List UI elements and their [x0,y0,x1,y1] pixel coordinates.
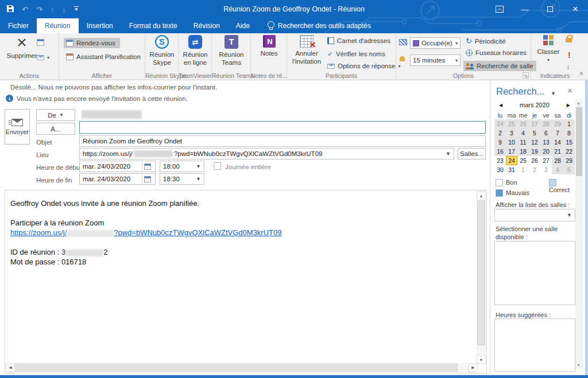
reminder-select[interactable]: 15 minutes ▾ [410,54,461,66]
tab-aide[interactable]: Aide [228,18,258,33]
calendar-day[interactable]: 17 [506,147,517,156]
calendar-day[interactable]: 14 [552,138,563,147]
calendar-day[interactable]: 6 [540,128,552,138]
previous-month-icon[interactable]: ◀ [499,103,502,108]
calendar-day[interactable]: 11 [517,138,529,147]
panel-menu-chevron-icon[interactable]: ▼ [551,91,556,96]
calendar-day[interactable]: 9 [494,138,506,147]
tab-insertion[interactable]: Insertion [79,18,121,33]
save-icon[interactable] [7,5,14,13]
minimize-button[interactable]: — [512,0,537,18]
calendar-day[interactable]: 25 [506,119,517,128]
maximize-button[interactable] [537,0,563,18]
tab-fichier[interactable]: Fichier [0,18,37,33]
calendar-day[interactable]: 10 [506,138,517,147]
tab-format-du-texte[interactable]: Format du texte [121,18,185,33]
redo-icon[interactable]: ↷ [36,6,42,13]
location-combobox[interactable]: https://zoom.us/j/?pwd=bWNub0czTWgvQXlCa… [79,148,454,159]
next-month-icon[interactable]: ▶ [567,103,570,108]
next-item-icon[interactable]: ↓ [62,6,66,13]
previous-item-icon[interactable]: ↑ [51,6,55,13]
calendar-day[interactable]: 20 [540,147,552,156]
tell-me-search[interactable]: Rechercher des outils adaptés [267,18,371,33]
calendar-day[interactable]: 4 [517,128,529,138]
to-button[interactable]: À... [36,123,75,135]
chevron-down-icon[interactable]: ▼ [446,151,451,157]
calendar-day[interactable]: 29 [552,119,563,128]
scroll-down-button[interactable]: ▼ [477,355,486,364]
vertical-scroll-thumb[interactable] [477,201,485,345]
calendar-day[interactable]: 18 [517,147,529,156]
calendar-day[interactable]: 26 [529,156,540,165]
address-book-button[interactable]: Carnet d'adresses [327,37,390,44]
check-names-button[interactable]: ✓ Vérifier les noms [327,50,385,58]
start-date-input[interactable]: mar. 24/03/2020 [79,161,156,172]
calendar-day[interactable]: 26 [517,119,529,128]
body-vertical-scrollbar[interactable]: ▲ ▼ [477,191,486,364]
send-button[interactable]: Envoyer [5,109,30,145]
calendar-day[interactable]: 21 [552,147,563,156]
calendar-day[interactable]: 23 [494,156,506,165]
available-rooms-listbox[interactable] [494,241,575,305]
calendar-day[interactable]: 28 [540,119,552,128]
recurrence-button[interactable]: ↻ Périodicité [466,37,506,45]
calendar-day[interactable]: 16 [494,147,506,156]
start-time-select[interactable]: 18:00 ▼ [160,161,204,172]
room-finder-button[interactable]: Recherche de salle [463,61,536,71]
calendar-day[interactable]: 5 [563,165,575,174]
calendar-day[interactable]: 1 [563,119,575,128]
calendar-day[interactable]: 29 [563,156,575,165]
online-meeting-button[interactable]: ⇄ Réunionen ligne [179,35,212,67]
delete-button[interactable]: × Supprimer [5,35,39,60]
calendar-day[interactable]: 24 [494,119,506,128]
end-date-input[interactable]: mar. 24/03/2020 [79,173,156,185]
appointment-button[interactable]: Rendez-vous [64,38,120,48]
calendar-day[interactable]: 4 [552,165,563,174]
customize-qat-icon[interactable]: ▼ [74,6,79,12]
show-in-calendar-button[interactable] [37,39,44,46]
forward-button[interactable]: ▾ [37,55,49,60]
private-button[interactable] [566,34,572,42]
panel-scrollbar[interactable]: ▲ ▼ [575,99,583,369]
suggested-times-listbox[interactable] [494,318,575,372]
zoom-meeting-link[interactable]: https://zoom.us/j/?pwd=bWNub0czTWgvQXlCa… [10,228,282,237]
all-day-checkbox[interactable] [214,162,221,170]
show-as-select[interactable]: Occupé(e) ▾ [410,37,461,49]
calendar-day[interactable]: 3 [506,128,517,138]
horizontal-scroll-thumb[interactable] [16,364,458,372]
calendar-day[interactable]: 31 [506,165,517,174]
cancel-invitation-button[interactable]: Annulerl'invitation [289,35,324,66]
date-picker-icon[interactable] [142,174,152,184]
message-body-editor[interactable]: Geoffroy Ondet vous invite à une réunion… [5,190,487,373]
time-zones-button[interactable]: Fuseaux horaires [466,49,527,56]
notes-button[interactable]: N Notes [251,35,287,57]
calendar-day[interactable]: 3 [540,165,552,174]
panel-scroll-down-icon[interactable]: ▼ [577,363,581,367]
calendar-day[interactable]: 19 [529,147,540,156]
subject-input[interactable]: Réunion Zoom de Geoffroy Ondet [79,135,486,147]
calendar-day[interactable]: 25 [517,156,529,165]
panel-close-icon[interactable]: × [567,86,572,95]
categorize-button[interactable]: Classer ▾ [535,35,562,63]
calendar-day[interactable]: 2 [494,128,506,138]
end-time-select[interactable]: 18:30 ▼ [160,173,204,185]
panel-scroll-up-icon[interactable]: ▲ [577,101,581,105]
calendar-day[interactable]: 5 [529,128,540,138]
undo-icon[interactable]: ↶ [22,6,28,13]
calendar-day[interactable]: 30 [494,165,506,174]
collapse-ribbon-chevron-icon[interactable]: ∧ [579,70,583,76]
scroll-right-button[interactable]: ▶ [469,363,478,372]
calendar-day[interactable]: 1 [517,165,529,174]
body-horizontal-scrollbar[interactable]: ◀ ▶ [6,363,478,372]
scroll-left-button[interactable]: ◀ [6,363,15,372]
room-list-dropdown[interactable]: ▼ [494,209,575,221]
calendar-day[interactable]: 2 [529,165,540,174]
tab-reunion[interactable]: Réunion [37,18,79,33]
ribbon-display-options-icon[interactable] [487,0,512,18]
calendar-day[interactable]: 7 [552,128,563,138]
to-input[interactable] [79,121,486,134]
calendar-day[interactable]: 27 [529,119,540,128]
calendar-day[interactable]: 8 [563,128,575,138]
scheduling-assistant-button[interactable]: Assistant Planification [64,52,143,62]
calendar-day[interactable]: 27 [540,156,552,165]
